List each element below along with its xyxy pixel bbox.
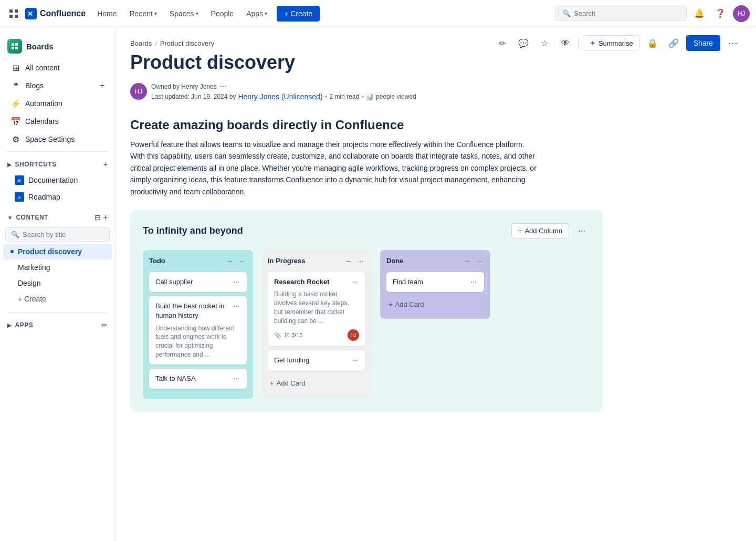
svg-rect-1	[15, 9, 18, 13]
edit-icon[interactable]: ✏	[101, 321, 108, 329]
sidebar-label-create: + Create	[18, 295, 46, 303]
col-menu-icon[interactable]: ···	[237, 256, 247, 266]
sidebar-item-create[interactable]: + Create	[3, 291, 112, 307]
svg-rect-0	[9, 9, 13, 13]
add-blog-icon[interactable]: +	[100, 81, 104, 90]
author-link[interactable]: Henry Jones (Unlicensed)	[238, 92, 322, 101]
apps-header[interactable]: ▶ APPS ✏	[0, 318, 115, 332]
breadcrumb-boards[interactable]: Boards	[130, 39, 152, 47]
plus-icon: +	[388, 300, 393, 308]
page-toolbar: ✏ 💬 ☆ 👁 ✦ Summarise 🔒 🔗 Share ⋯	[494, 35, 741, 51]
apps-label: APPS	[15, 321, 34, 329]
shortcuts-header[interactable]: ▶ SHORTCUTS +	[0, 157, 115, 172]
card-talk-nasa: Talk to NASA ···	[149, 369, 247, 389]
add-content-icon[interactable]: +	[103, 213, 108, 222]
card-menu-btn[interactable]: ···	[351, 356, 359, 364]
add-card-button-inprogress[interactable]: + Add Card	[268, 375, 365, 391]
share-button[interactable]: Share	[686, 35, 720, 51]
summarise-button[interactable]: ✦ Summarise	[583, 35, 640, 51]
sidebar-item-space-settings[interactable]: ⚙ Space Settings	[3, 130, 112, 148]
create-button[interactable]: + Create	[277, 6, 320, 22]
nav-home[interactable]: Home	[92, 6, 122, 21]
sidebar-label-calendars: Calendars	[25, 117, 59, 126]
svg-rect-6	[12, 43, 14, 46]
content-label: CONTENT	[16, 214, 48, 221]
sidebar-item-marketing[interactable]: Marketing	[3, 259, 112, 275]
board-more-button[interactable]: ⋯	[573, 223, 590, 240]
add-card-label: Add Card	[395, 300, 424, 308]
content-search-placeholder: Search by title	[23, 231, 66, 238]
gear-icon: ⚙	[10, 134, 21, 144]
read-time: 2 min read	[329, 93, 359, 100]
col-menu-icon[interactable]: ···	[356, 256, 365, 266]
col-collapse-icon[interactable]: ↔	[225, 256, 235, 266]
card-menu-btn[interactable]: ···	[469, 277, 478, 286]
topnav-right: 🔍 Search 🔔 ❓ HJ	[555, 5, 750, 22]
task-count: 3/15	[291, 332, 302, 338]
card-menu-btn[interactable]: ···	[232, 277, 240, 286]
card-menu-btn[interactable]: ···	[232, 301, 240, 310]
star-icon[interactable]: ☆	[536, 35, 553, 51]
sidebar-label-blogs: Blogs	[25, 81, 44, 90]
more-options-button[interactable]: ⋯	[724, 35, 741, 51]
card-avatar: HJ	[348, 329, 359, 341]
add-shortcut-icon[interactable]: +	[103, 160, 108, 169]
svg-text:✕: ✕	[27, 10, 33, 18]
quote-icon: ❝	[10, 80, 21, 91]
search-placeholder: Search	[574, 9, 595, 17]
card-menu-btn[interactable]: ···	[351, 277, 359, 286]
card-desc: Building a basic rocket involves several…	[274, 290, 359, 325]
sidebar-label-automation: Automation	[25, 99, 62, 108]
search-small-icon: 🔍	[11, 231, 19, 238]
page-meta: HJ Owned by Henry Jones ··· Last updated…	[130, 82, 741, 101]
col-todo-header: Todo ↔ ···	[149, 256, 247, 266]
card-menu-btn[interactable]: ···	[232, 374, 240, 382]
view-icon[interactable]: 👁	[557, 35, 574, 51]
content-header[interactable]: ▼ CONTENT ⊟ +	[0, 210, 115, 225]
sidebar-item-product-discovery[interactable]: Product discovery	[3, 244, 112, 259]
filter-icon[interactable]: ⊟	[94, 213, 101, 222]
col-collapse-icon[interactable]: ↔	[343, 256, 354, 266]
sidebar-item-design[interactable]: Design	[3, 275, 112, 291]
meta-more-btn[interactable]: ···	[220, 82, 227, 91]
logo[interactable]: ✕ Confluence	[25, 8, 86, 19]
sidebar-item-blogs[interactable]: ❝ Blogs +	[3, 77, 112, 95]
help-icon[interactable]: ❓	[712, 5, 729, 22]
nav-apps[interactable]: Apps ▾	[241, 6, 272, 21]
card-find-team: Find team ···	[386, 272, 484, 292]
col-collapse-icon[interactable]: ↔	[462, 256, 472, 266]
nav-recent[interactable]: Recent ▾	[124, 6, 162, 21]
grid-icon: ⊞	[10, 63, 21, 73]
plus-icon: +	[270, 379, 274, 387]
shortcut-documentation[interactable]: ≡ Documentation	[0, 172, 115, 189]
add-column-button[interactable]: + Add Column	[511, 223, 569, 238]
sidebar-item-automation[interactable]: ⚡ Automation	[3, 95, 112, 112]
search-box[interactable]: 🔍 Search	[555, 6, 687, 21]
board-container: To infinity and beyond + Add Column ⋯ To…	[130, 210, 603, 412]
nav-spaces[interactable]: Spaces ▾	[164, 6, 204, 21]
chevron-right-icon-apps: ▶	[7, 322, 12, 328]
shortcut-roadmap[interactable]: ≡ Roadmap	[0, 189, 115, 205]
sidebar-item-all-content[interactable]: ⊞ All content	[3, 59, 112, 77]
link-icon[interactable]: 🔗	[665, 35, 682, 51]
add-card-button-done[interactable]: + Add Card	[386, 296, 484, 313]
card-title: Build the best rocket in human history	[155, 301, 232, 320]
grid-icon[interactable]	[6, 6, 21, 21]
board-header: To infinity and beyond + Add Column ⋯	[143, 223, 590, 240]
summarise-label: Summarise	[598, 39, 633, 47]
notifications-icon[interactable]: 🔔	[691, 5, 708, 22]
comment-icon[interactable]: 💬	[515, 35, 532, 51]
spacer	[10, 266, 14, 269]
top-navigation: ✕ Confluence Home Recent ▾ Spaces ▾ Peop…	[0, 0, 756, 27]
shortcut-label-roadmap: Roadmap	[28, 193, 60, 201]
col-done-header: Done ↔ ···	[386, 256, 484, 266]
lock-icon[interactable]: 🔒	[644, 35, 661, 51]
sidebar-item-calendars[interactable]: 📅 Calendars	[3, 112, 112, 130]
user-avatar[interactable]: HJ	[733, 5, 750, 22]
nav-people[interactable]: People	[206, 6, 239, 21]
col-menu-icon[interactable]: ···	[475, 256, 484, 266]
content-search[interactable]: 🔍 Search by title	[5, 227, 110, 242]
edit-icon[interactable]: ✏	[494, 35, 511, 51]
shortcut-label-documentation: Documentation	[28, 176, 78, 184]
owned-by-text: Owned by Henry Jones	[151, 83, 217, 90]
